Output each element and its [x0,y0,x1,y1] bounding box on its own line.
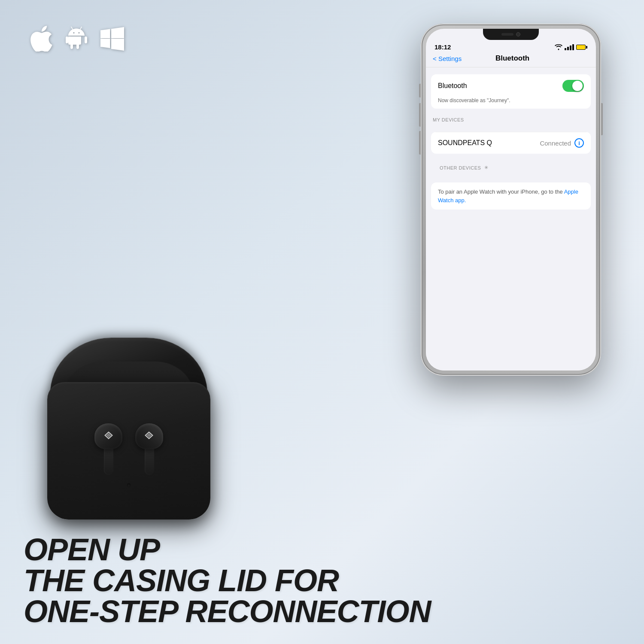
device-name: SOUNDPEATS Q [438,139,492,147]
device-status: Connected i [540,138,584,148]
left-earbud-stem [104,449,113,475]
android-icon [65,26,88,57]
tagline-line2: THE CASING LID FOR [24,565,620,596]
apple-icon [30,26,52,57]
toggle-knob [572,81,583,91]
status-time: 18:12 [434,43,451,51]
scanning-spinner: ✳ [484,165,489,170]
phone-vol-down-btn [419,131,421,155]
bottom-tagline: OPEN UP THE CASING LID FOR ONE-STEP RECO… [24,534,620,627]
apple-watch-text: To pair an Apple Watch with your iPhone,… [431,182,591,210]
my-devices-section: SOUNDPEATS Q Connected i [431,132,591,154]
windows-icon [100,27,124,56]
notch-camera [516,32,520,36]
phone-frame: 18:12 [421,24,601,376]
left-earbud [94,423,122,475]
earbud-logo-right [143,431,155,442]
status-icons [555,44,587,50]
case-dot [127,483,131,487]
phone-vol-up-btn [419,103,421,127]
device-info-button[interactable]: i [574,138,584,148]
left-earbud-body [94,423,122,449]
tagline-line3: ONE-STEP RECONNECTION [24,596,620,627]
battery-icon [576,45,587,50]
tagline-line1: OPEN UP [24,534,620,565]
other-devices-label: OTHER DEVICES ✳ [426,154,596,176]
nav-back-button[interactable]: < Settings [433,55,462,62]
earbuds-case [21,339,236,545]
device-row: SOUNDPEATS Q Connected i [431,132,591,154]
right-earbud-stem [145,449,154,475]
other-devices-row: OTHER DEVICES ✳ [433,162,589,173]
connection-status: Connected [540,140,571,147]
signal-bars [565,44,574,50]
phone-power-btn [601,103,603,135]
discoverable-text: Now discoverable as "Journey". [431,97,591,109]
nav-title: Bluetooth [462,54,563,63]
apple-watch-section: To pair an Apple Watch with your iPhone,… [431,182,591,210]
screen-content: Bluetooth Now discoverable as "Journey".… [426,67,596,371]
bluetooth-toggle[interactable] [562,80,584,92]
wifi-icon [555,44,562,50]
right-earbud [135,423,163,475]
earbud-logo-left [103,431,115,442]
os-icons-group [30,26,124,57]
right-earbud-body [135,423,163,449]
phone-screen: 18:12 [426,29,596,371]
bluetooth-label: Bluetooth [438,82,467,90]
bluetooth-section: Bluetooth Now discoverable as "Journey". [431,74,591,109]
status-bar: 18:12 [426,40,596,52]
case-base [47,382,210,519]
case-body [47,339,210,519]
phone-silent-btn [419,84,421,97]
my-devices-label: MY DEVICES [426,109,596,125]
phone-notch [483,29,539,40]
phone-device: 18:12 [421,24,601,376]
nav-bar: < Settings Bluetooth [426,52,596,67]
earbuds-container [94,423,163,475]
notch-sensor [501,33,513,36]
bluetooth-toggle-row: Bluetooth [431,74,591,97]
